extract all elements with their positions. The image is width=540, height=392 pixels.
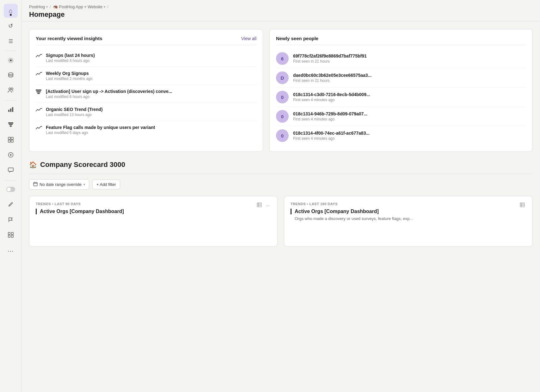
sidebar-item-activity[interactable]: ↺	[4, 19, 18, 33]
sidebar-item-replays[interactable]	[4, 149, 18, 162]
svg-rect-22	[11, 232, 13, 235]
avatar: 0	[276, 110, 289, 123]
person-info: 018c1314-946b-729b-8d09-079a07... First …	[293, 111, 526, 121]
person-info: 69f778cf2af26f9e8869d7baf775bf91 First s…	[293, 53, 526, 64]
list-item[interactable]: 0 018c1314-4f00-74ec-a61f-ac677a83... Fi…	[276, 126, 526, 145]
list-item[interactable]: Feature Flag calls made by unique users …	[36, 121, 256, 139]
list-icon: ☰	[9, 38, 13, 44]
svg-rect-24	[11, 235, 13, 237]
dashboard-row: TRENDS • LAST 90 DAYS ···	[29, 196, 532, 247]
person-info: 018c1314-4f00-74ec-a61f-ac677a83... Firs…	[293, 131, 526, 141]
sidebar: ⌂ ↺ ☰	[0, 0, 21, 392]
activity-icon: ↺	[8, 22, 13, 29]
sidebar-item-experiments[interactable]	[4, 133, 18, 147]
dashboard-card-2: TRENDS • LAST 180 DAYS	[284, 196, 532, 247]
top-row: Your recently viewed insights View all S…	[29, 29, 532, 152]
sidebar-item-apps[interactable]	[4, 229, 18, 242]
list-item[interactable]: Weekly Org Signups Last modified 2 month…	[36, 67, 256, 85]
insight-info: [Activation] User sign up -> Activation …	[46, 89, 256, 99]
svg-point-0	[10, 59, 12, 61]
list-item[interactable]: Signups (last 24 hours) Last modified 4 …	[36, 49, 256, 67]
svg-point-5	[11, 88, 13, 90]
sidebar-divider-3	[5, 180, 16, 181]
sidebar-item-dark-mode[interactable]	[4, 183, 18, 197]
sidebar-item-more[interactable]: ···	[4, 244, 18, 258]
view-all-link[interactable]: View all	[241, 36, 256, 41]
person-id: daed0bc60c3b62e05e3cee66575aa3...	[293, 73, 526, 78]
card-label-1: TRENDS • LAST 90 DAYS	[36, 202, 81, 206]
svg-rect-30	[36, 182, 37, 183]
calendar-icon	[33, 182, 38, 187]
sidebar-item-home[interactable]: ⌂	[4, 4, 18, 18]
svg-rect-6	[8, 110, 9, 112]
sidebar-item-feature-flags[interactable]	[4, 213, 18, 227]
list-item[interactable]: Organic SEO Trend (Trend) Last modified …	[36, 103, 256, 121]
scorecard-icon: 🏠	[29, 161, 37, 168]
content-area: Your recently viewed insights View all S…	[21, 21, 540, 392]
replay-icon	[8, 152, 14, 159]
sidebar-item-funnels[interactable]	[4, 118, 18, 132]
avatar: D	[276, 71, 289, 84]
sidebar-item-insights[interactable]	[4, 103, 18, 117]
list-item[interactable]: [Activation] User sign up -> Activation …	[36, 85, 256, 103]
svg-marker-17	[10, 154, 12, 156]
scorecard-section: 🏠 Company Scorecard 3000 No date range o…	[29, 161, 532, 247]
svg-rect-25	[36, 89, 41, 91]
funnel-icon	[36, 89, 42, 95]
list-item[interactable]: 0 018c1314-946b-729b-8d09-079a07... Firs…	[276, 107, 526, 126]
person-id: 018c1314-946b-729b-8d09-079a07...	[293, 111, 526, 116]
card-actions-2	[519, 202, 526, 209]
svg-point-4	[9, 88, 11, 90]
insight-name: Organic SEO Trend (Trend)	[46, 107, 256, 112]
avatar: 6	[276, 52, 289, 65]
sidebar-item-data-management[interactable]: ☰	[4, 34, 18, 48]
card-table-button-2[interactable]	[519, 202, 526, 209]
insight-name: Weekly Org Signups	[46, 71, 256, 76]
card-table-button-1[interactable]	[256, 202, 263, 209]
breadcrumb: PostHog ▾ / 🦔 PostHog App + Website ▾ /	[29, 4, 532, 9]
card-label-2: TRENDS • LAST 180 DAYS	[291, 202, 338, 206]
svg-rect-15	[11, 140, 13, 142]
scorecard-title: Company Scorecard 3000	[40, 161, 125, 169]
breadcrumb-project[interactable]: 🦔 PostHog App + Website ▾	[53, 4, 105, 9]
add-filter-button[interactable]: + Add filter	[92, 180, 120, 189]
svg-rect-21	[8, 232, 10, 235]
svg-rect-23	[8, 235, 10, 237]
newly-seen-card: Newly seen people 6 69f778cf2af26f9e8869…	[269, 29, 532, 152]
trend-icon	[36, 71, 42, 77]
person-info: daed0bc60c3b62e05e3cee66575aa3... First …	[293, 73, 526, 83]
sidebar-item-annotations[interactable]	[4, 198, 18, 212]
card-title-2: Active Orgs [Company Dashboard]	[291, 209, 526, 214]
list-item[interactable]: D daed0bc60c3b62e05e3cee66575aa3... Firs…	[276, 68, 526, 88]
recently-viewed-card: Your recently viewed insights View all S…	[29, 29, 263, 152]
toggle-icon	[6, 187, 15, 193]
person-seen: First seen in 21 hours	[293, 78, 526, 83]
sidebar-divider-2	[5, 100, 16, 101]
list-item[interactable]: 0 018c1314-c3d0-7216-8ecb-5d4b009... Fir…	[276, 88, 526, 107]
insight-name: Feature Flag calls made by unique users …	[46, 125, 256, 130]
card-more-button-1[interactable]: ···	[265, 202, 271, 209]
svg-rect-26	[36, 91, 41, 93]
svg-point-3	[9, 73, 13, 75]
sidebar-item-database[interactable]	[4, 69, 18, 83]
person-info: 018c1314-c3d0-7216-8ecb-5d4b009... First…	[293, 92, 526, 102]
home-icon: ⌂	[9, 7, 12, 15]
breadcrumb-org[interactable]: PostHog ▾	[29, 4, 48, 9]
svg-rect-14	[8, 140, 10, 142]
page-title: Homepage	[29, 10, 532, 19]
insight-meta: Last modified 5 days ago	[46, 131, 256, 135]
avatar: 0	[276, 129, 289, 142]
list-item[interactable]: 6 69f778cf2af26f9e8869d7baf775bf91 First…	[276, 49, 526, 68]
sidebar-item-live-events[interactable]	[4, 53, 18, 67]
insight-meta: Last modified 4 hours ago	[46, 58, 256, 63]
breadcrumb-project-label: PostHog App + Website	[59, 4, 102, 9]
breadcrumb-org-label: PostHog	[29, 4, 45, 9]
insight-info: Signups (last 24 hours) Last modified 4 …	[46, 53, 256, 63]
recently-viewed-title: Your recently viewed insights	[36, 36, 102, 41]
live-icon	[8, 58, 14, 63]
sidebar-item-surveys[interactable]	[4, 164, 18, 178]
grid-icon	[8, 232, 14, 239]
persons-icon	[8, 87, 14, 95]
sidebar-item-persons[interactable]	[4, 84, 18, 98]
date-range-button[interactable]: No date range override ▾	[29, 179, 89, 190]
